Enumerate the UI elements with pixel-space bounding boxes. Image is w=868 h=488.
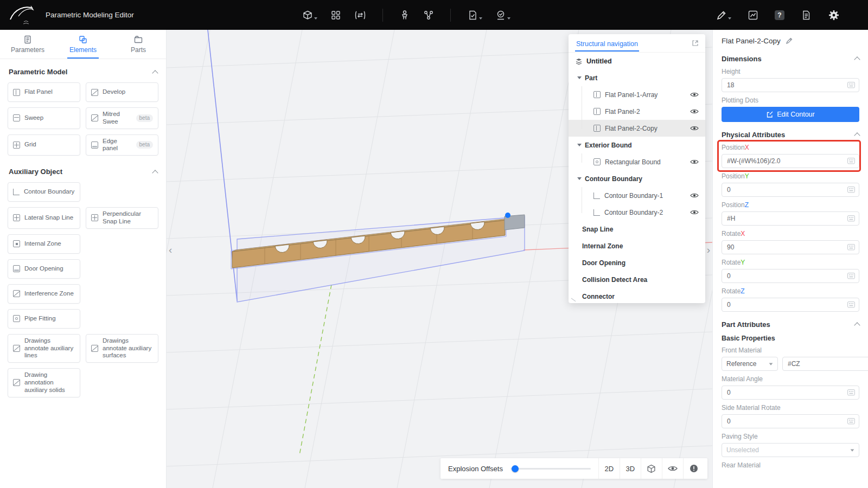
model-body-icon[interactable] bbox=[399, 10, 410, 21]
visibility-eye-icon[interactable] bbox=[690, 92, 699, 98]
tree-item-flat-panel-2[interactable]: Flat Panel-2 bbox=[569, 103, 705, 120]
chevron-up-icon bbox=[854, 132, 860, 138]
tab-parts[interactable]: Parts bbox=[111, 30, 166, 59]
view-3d-button[interactable]: 3D bbox=[620, 458, 641, 479]
visibility-eye-icon[interactable] bbox=[690, 192, 699, 198]
height-input[interactable] bbox=[722, 78, 859, 92]
edit-contour-icon bbox=[766, 111, 773, 118]
tree-group-exterior-bound[interactable]: Exterior Bound bbox=[569, 137, 705, 153]
door-opening-button[interactable]: Door Opening bbox=[8, 259, 80, 279]
formula-icon[interactable] bbox=[847, 158, 855, 164]
side-material-rotate-input[interactable] bbox=[722, 414, 859, 428]
positiony-input[interactable] bbox=[722, 183, 859, 197]
section-part-attributes[interactable]: Part Attributes bbox=[722, 319, 859, 329]
visibility-eye-icon[interactable] bbox=[690, 108, 699, 114]
front-material-input[interactable] bbox=[782, 357, 868, 371]
slider-knob[interactable] bbox=[512, 465, 519, 472]
flat-panel-button[interactable]: Flat Panel bbox=[8, 82, 80, 102]
edge-panel-button[interactable]: Edge panel beta bbox=[86, 134, 158, 156]
section-dimensions[interactable]: Dimensions bbox=[722, 54, 859, 63]
skeleton-nodes-icon[interactable] bbox=[423, 10, 434, 21]
grid-spacer bbox=[86, 182, 158, 202]
app-logo[interactable] bbox=[8, 3, 36, 26]
rotatex-input[interactable] bbox=[722, 240, 859, 254]
visibility-eye-icon[interactable] bbox=[690, 209, 699, 215]
edit-contour-button[interactable]: Edit Contour bbox=[722, 107, 859, 122]
formula-icon[interactable] bbox=[847, 82, 855, 88]
rotatez-input[interactable] bbox=[722, 298, 859, 312]
tree-group-collision-detect-area[interactable]: Collision Detect Area bbox=[569, 271, 705, 288]
expand-panel-icon[interactable] bbox=[692, 40, 699, 47]
document-icon[interactable] bbox=[801, 10, 812, 21]
sweep-button[interactable]: Sweep bbox=[8, 107, 80, 129]
pipe-fitting-button[interactable]: Pipe Fitting bbox=[8, 309, 80, 329]
structural-navigation-tab[interactable]: Structural navigation bbox=[575, 35, 639, 52]
section-physical-attributes[interactable]: Physical Attributes bbox=[722, 130, 859, 139]
formula-icon[interactable] bbox=[847, 418, 855, 425]
tree-group-part[interactable]: Part bbox=[569, 69, 705, 86]
positionz-input[interactable] bbox=[722, 211, 859, 226]
positionx-input[interactable] bbox=[722, 154, 859, 168]
tab-elements[interactable]: Elements bbox=[55, 30, 111, 59]
explosion-offsets-slider[interactable] bbox=[510, 468, 591, 470]
tree-item-contour-boundary-2[interactable]: Contour Boundary-2 bbox=[569, 204, 705, 221]
component-cube-icon[interactable] bbox=[302, 10, 317, 21]
isometric-cube-button[interactable] bbox=[641, 458, 662, 479]
collapse-right-panel[interactable]: › bbox=[707, 245, 710, 255]
collapse-left-panel[interactable]: ‹ bbox=[169, 245, 172, 255]
grid-icon bbox=[13, 142, 20, 149]
tree-group-door-opening[interactable]: Door Opening bbox=[569, 254, 705, 271]
formula-icon[interactable] bbox=[847, 244, 855, 251]
pattern-grid-icon[interactable] bbox=[330, 10, 341, 21]
help-icon[interactable]: ? bbox=[775, 10, 784, 20]
formula-icon[interactable] bbox=[847, 389, 855, 396]
rotatey-input[interactable] bbox=[722, 269, 859, 283]
settings-gear-icon[interactable] bbox=[828, 9, 840, 21]
tab-parameters[interactable]: Parameters bbox=[0, 30, 55, 59]
report-chart-icon[interactable] bbox=[748, 10, 758, 21]
tree-root-untitled[interactable]: Untitled bbox=[569, 53, 705, 69]
constraint-icon[interactable] bbox=[354, 10, 366, 21]
contour-boundary-button[interactable]: Contour Boundary bbox=[8, 182, 80, 202]
tree-group-internal-zone[interactable]: Internal Zone bbox=[569, 237, 705, 254]
grid-button[interactable]: Grid bbox=[8, 134, 80, 156]
front-material-select[interactable]: Reference bbox=[722, 357, 778, 371]
tree-item-flat-panel-2-copy[interactable]: Flat Panel-2-Copy bbox=[569, 120, 705, 137]
section-parametric-model[interactable]: Parametric Model bbox=[0, 59, 166, 81]
material-angle-input[interactable] bbox=[722, 386, 859, 400]
annotate-pencil-icon[interactable] bbox=[716, 10, 731, 21]
tree-item-rectangular-bound[interactable]: Rectangular Bound bbox=[569, 153, 705, 170]
left-sidebar: Parameters Elements Parts Parametric Mod… bbox=[0, 30, 167, 488]
visibility-button[interactable] bbox=[662, 458, 683, 479]
formula-icon[interactable] bbox=[847, 215, 855, 222]
visibility-eye-icon[interactable] bbox=[690, 125, 699, 131]
develop-button[interactable]: Develop bbox=[86, 82, 158, 102]
mitred-sweep-button[interactable]: Mitred Swee beta bbox=[86, 107, 158, 129]
grid-spacer bbox=[86, 368, 158, 397]
perpendicular-snap-line-button[interactable]: Perpendicular Snap Line bbox=[86, 207, 158, 229]
rename-pencil-icon[interactable] bbox=[786, 37, 793, 44]
stamp-check-icon[interactable] bbox=[495, 10, 510, 21]
tree-group-snap-line[interactable]: Snap Line bbox=[569, 221, 705, 237]
drawing-check-icon[interactable] bbox=[467, 10, 482, 21]
drawings-annotate-surfaces-button[interactable]: Drawings annotate auxiliary surfaces bbox=[86, 334, 158, 363]
warning-button[interactable] bbox=[683, 458, 704, 479]
section-auxiliary-object[interactable]: Auxiliary Object bbox=[0, 159, 166, 181]
view-2d-button[interactable]: 2D bbox=[598, 458, 620, 479]
drawings-annotate-lines-button[interactable]: Drawings annotate auxiliary lines bbox=[8, 334, 80, 363]
tree-item-flat-panel-1-array[interactable]: Flat Panel-1-Array bbox=[569, 86, 705, 103]
internal-zone-button[interactable]: Internal Zone bbox=[8, 234, 80, 254]
chevron-up-icon bbox=[854, 322, 860, 328]
tree-group-connector[interactable]: Connector bbox=[569, 288, 705, 303]
formula-icon[interactable] bbox=[847, 187, 855, 193]
visibility-eye-icon[interactable] bbox=[690, 159, 699, 165]
lateral-snap-line-button[interactable]: Lateral Snap Line bbox=[8, 207, 80, 229]
tree-item-contour-boundary-1[interactable]: Contour Boundary-1 bbox=[569, 187, 705, 204]
interference-zone-button[interactable]: Interference Zone bbox=[8, 284, 80, 304]
flat-panel-icon bbox=[593, 91, 601, 98]
formula-icon[interactable] bbox=[847, 301, 855, 308]
drawing-annotation-solids-button[interactable]: Drawing annotation auxiliary solids bbox=[8, 368, 80, 397]
paving-style-select[interactable]: Unselected bbox=[722, 443, 859, 457]
formula-icon[interactable] bbox=[847, 273, 855, 279]
tree-group-contour-boundary[interactable]: Contour Boundary bbox=[569, 170, 705, 187]
